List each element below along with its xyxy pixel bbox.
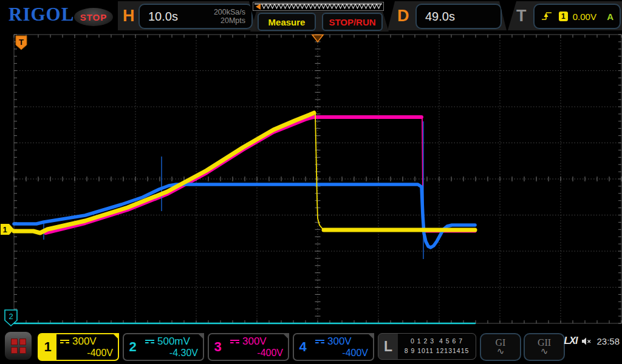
digital-row-1: 0 1 2 3 4 5 6 7: [411, 337, 463, 346]
ch1-trace-drop: [315, 113, 326, 230]
digital-row-2: 8 9 1011 12131415: [405, 346, 470, 356]
acquisition-state-badge: STOP: [74, 8, 113, 26]
corner-notch: [282, 333, 289, 340]
trigger-level-marker-label: T: [19, 38, 24, 47]
memory-waveform-bar[interactable]: [253, 2, 384, 11]
sine-wave-icon: ∿: [497, 347, 505, 356]
digital-label: L: [378, 339, 398, 355]
ch1-level-marker-label: 1: [2, 225, 7, 234]
channel-scale: 300V: [327, 335, 352, 348]
waveform-display[interactable]: T12: [0, 0, 622, 364]
horizontal-label: H: [123, 7, 135, 25]
dc-coupling-icon: [145, 339, 154, 345]
rigol-logo: RIGOL: [9, 4, 74, 25]
timebase-box[interactable]: 10.0s 200kSa/s 20Mpts: [138, 4, 253, 29]
trigger-source-badge: 1: [559, 12, 568, 21]
menu-icon: [11, 339, 18, 345]
generator1-button[interactable]: GI ∿: [480, 333, 521, 361]
trigger-level-value: 0.00V: [573, 12, 596, 22]
channel-offset: -4.30V: [142, 348, 203, 359]
stop-run-button[interactable]: STOP/RUN: [322, 13, 383, 31]
channel-scale: 300V: [242, 335, 267, 348]
dc-coupling-icon: [230, 339, 239, 345]
horizontal-panel: H 10.0s 200kSa/s 20Mpts: [118, 1, 256, 30]
rising-edge-icon: [541, 12, 553, 21]
channel-offset: -400V: [56, 348, 118, 359]
channel-number: 1: [39, 334, 56, 360]
channel-scale: 300V: [72, 335, 97, 348]
clock: 23:58: [596, 336, 620, 346]
oscilloscope-screen: T12 RIGOL STOP H 10.0s 200kSa/s 20Mpts M…: [0, 0, 622, 364]
delay-panel: D 49.0s: [388, 1, 507, 30]
dc-coupling-icon: [60, 339, 69, 345]
delay-box[interactable]: 49.0s: [415, 4, 502, 29]
channel-offset: -400V: [312, 348, 373, 359]
delay-value: 49.0s: [417, 10, 455, 24]
channel-offset: -400V: [227, 348, 288, 359]
measure-button[interactable]: Measure: [258, 13, 316, 31]
sample-rate: 200kSa/s: [214, 8, 245, 16]
generator2-button[interactable]: GII ∿: [524, 333, 565, 361]
top-status-bar: RIGOL STOP H 10.0s 200kSa/s 20Mpts Measu…: [0, 0, 622, 32]
lxi-indicator: LXI: [564, 335, 578, 346]
menu-button[interactable]: [5, 332, 32, 360]
channel-2-box[interactable]: 2500mV-4.30V: [123, 333, 204, 361]
channel-number: 3: [209, 334, 227, 360]
memory-depth: 20Mpts: [220, 16, 245, 25]
channel-1-box[interactable]: 1300V-400V: [38, 333, 119, 361]
ch4-trace: [14, 184, 475, 248]
trigger-mode: A: [607, 12, 620, 22]
corner-notch: [112, 333, 119, 340]
corner-notch: [367, 333, 374, 340]
bottom-status-bar: 1300V-400V2500mV-4.30V3300V-400V4300V-40…: [0, 328, 622, 364]
memory-position-marker: [256, 4, 261, 10]
corner-notch: [197, 333, 204, 340]
trigger-position-marker[interactable]: [312, 35, 323, 42]
ch2-level-marker-label: 2: [9, 312, 13, 321]
channel-scale: 500mV: [157, 335, 190, 348]
timebase-value: 10.0s: [140, 10, 178, 24]
delay-label: D: [397, 7, 409, 25]
channel-4-box[interactable]: 4300V-400V: [293, 333, 374, 361]
digital-channels-box[interactable]: L 0 1 2 3 4 5 6 7 8 9 1011 12131415: [378, 333, 476, 360]
trigger-box[interactable]: 1 0.00V A: [533, 4, 621, 29]
dc-coupling-icon: [315, 339, 324, 345]
trigger-panel: T 1 0.00V A: [508, 1, 622, 30]
channel-3-box[interactable]: 3300V-400V: [208, 333, 289, 361]
channel-number: 2: [124, 334, 142, 360]
speaker-muted-icon: [581, 337, 592, 346]
channel-number: 4: [294, 334, 312, 360]
trigger-label: T: [516, 7, 527, 25]
sine-wave-icon: ∿: [541, 347, 549, 356]
